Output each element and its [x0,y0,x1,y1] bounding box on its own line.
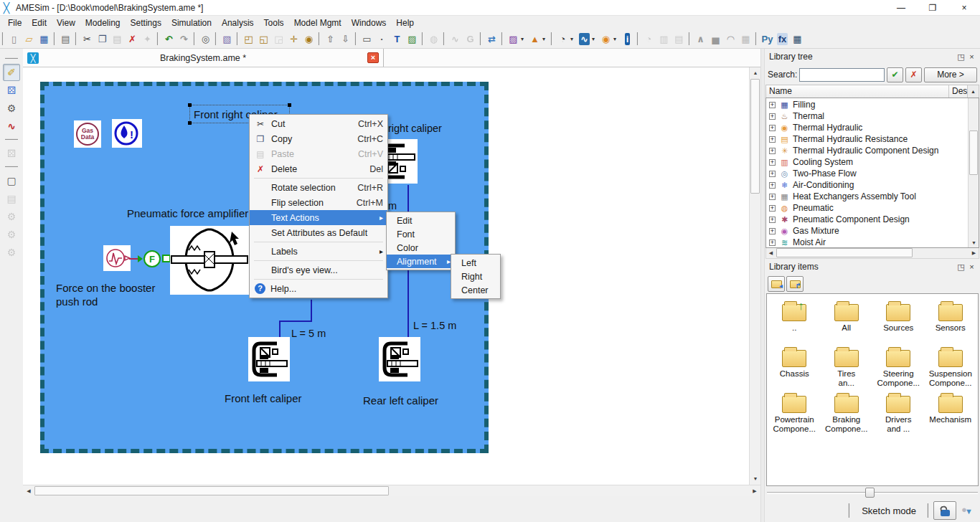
minimize-button[interactable]: — [885,0,917,16]
toolbar-grip[interactable] [1,32,4,45]
canvas-hscrollbar[interactable]: ◀ ▶ [23,485,760,496]
toolbar-button[interactable]: ◎ [198,32,213,47]
pneumatic-line[interactable] [279,321,312,322]
toolbar-button[interactable]: ⇄ [484,32,499,47]
library-tree-item[interactable]: + ◉ Thermal Hydraulic [766,122,968,133]
toolbar-button[interactable]: ▨ [506,32,521,47]
mode-button[interactable]: ⚄ [3,145,20,162]
drop-status-component[interactable]: ! [112,119,142,148]
library-tree-item[interactable]: + ◍ Pneumatic [766,202,968,214]
menu-item[interactable]: Tools [259,17,289,29]
toolbar-button[interactable]: ▱ [22,32,37,47]
toolbar-button[interactable]: ◠ [723,32,738,47]
mode-button[interactable]: ∿ [3,118,20,135]
close-panel-icon[interactable]: × [966,262,977,271]
library-folder[interactable]: ↑ Sensors [925,300,977,346]
library-tree-item[interactable]: + ✱ Pneumatic Component Design [766,214,968,225]
mode-button[interactable]: ▤ [3,190,20,207]
toolbar-button[interactable]: ◰ [241,32,256,47]
toolbar-grip[interactable] [75,32,77,45]
sketch-canvas[interactable]: Gas Data ! [23,67,749,485]
toolbar-button[interactable]: ▤ [110,32,125,47]
tab-close-button[interactable]: × [367,52,379,63]
library-folder[interactable]: ↑ SteeringCompone... [872,346,925,392]
toolbar-grip[interactable] [688,32,691,45]
toolbar-button[interactable]: ✛ [286,32,301,47]
toolbar-button[interactable]: ▨ [405,32,420,47]
force-converter-component[interactable]: F [143,250,161,267]
front-left-caliper-component[interactable] [248,337,290,381]
search-apply-button[interactable]: ✔ [887,67,903,82]
expand-icon[interactable]: + [769,171,776,177]
context-menu-item[interactable]: Set Attributes as Default ▸ [250,225,387,240]
library-folder[interactable]: ↑ Driversand ... [872,392,925,437]
float-panel-icon[interactable]: ◳ [956,52,966,62]
mode-button[interactable]: ▢ [3,172,20,189]
expand-icon[interactable]: + [769,228,776,234]
menu-item[interactable]: Edit [27,17,52,29]
toolbar-button[interactable]: ▭ [359,32,374,47]
library-tree-item[interactable]: + ▦ Heat Exchangers Assembly Tool [766,191,968,202]
toolbar-button[interactable]: ◉ [598,32,613,47]
scrollbar-thumb[interactable] [969,130,978,175]
dropdown-arrow-icon[interactable]: ▾ [570,36,577,42]
toolbar-grip[interactable] [421,32,424,45]
toolbar-button[interactable]: ↷ [176,32,192,47]
toolbar-button[interactable]: ∧ [693,32,708,47]
back-folder-button[interactable]: ◂ [768,276,785,292]
scroll-left-icon[interactable]: ◀ [24,486,34,496]
filter-button[interactable]: ● ▼ [960,501,977,520]
toolbar-button[interactable]: ✂ [80,32,95,47]
expand-icon[interactable]: + [769,102,776,108]
toolbar-grip[interactable] [236,32,239,45]
toolbar-button[interactable]: ▤ [58,32,73,47]
scrollbar-thumb[interactable] [750,79,760,194]
toolbar-grip[interactable] [318,32,321,45]
submenu-item[interactable]: Left [451,256,500,270]
context-menu-item[interactable]: ▤ Paste Ctrl+V ▸ [250,146,387,161]
line-length-label[interactable]: L = 1.5 m [413,320,456,331]
scroll-down-icon[interactable]: ▼ [750,474,760,484]
scroll-right-icon[interactable]: ▶ [750,486,760,496]
scroll-left-icon[interactable]: ◀ [766,248,776,257]
tree-hscrollbar[interactable]: ◀ ▶ [765,248,979,259]
canvas-vscrollbar[interactable]: ▲ ▼ [749,67,760,485]
toolbar-button[interactable]: ⇧ [323,32,338,47]
scroll-down-icon[interactable]: ▼ [969,238,979,247]
toolbar-grip[interactable] [193,32,196,45]
menu-item[interactable]: Settings [126,17,166,29]
toolbar-button[interactable]: ❐ [95,32,110,47]
toolbar-button[interactable]: ◔ [641,32,656,47]
up-folder-button[interactable]: ↱ [786,276,804,292]
menu-item[interactable]: View [52,17,80,29]
toolbar-button[interactable]: ✦ [140,32,155,47]
context-menu-item[interactable]: Text Actions ▸ [250,210,387,225]
toolbar-grip[interactable] [501,32,504,45]
lock-button[interactable] [933,501,956,520]
library-folder[interactable]: ↑ Chassis [768,346,821,392]
pneumatic-line[interactable] [279,321,281,338]
mode-button[interactable]: ⚙ [3,244,20,261]
toolbar-grip[interactable] [636,32,639,45]
toolbar-button[interactable]: ▦ [790,32,805,47]
library-tree-item[interactable]: + ♨ Thermal [766,110,968,122]
toolbar-button[interactable]: ▧ [220,32,235,47]
submenu-item[interactable]: Alignment ▸ [387,255,455,268]
menu-item[interactable]: Model Mgmt [289,17,347,29]
library-tree-item[interactable]: + ✳ Thermal Hydraulic Component Design [766,145,968,156]
submenu-item[interactable]: Edit ▸ [387,214,455,227]
toolbar-button[interactable]: fx [775,32,790,47]
library-tree-item[interactable]: + ◉ Gas Mixture [766,225,968,237]
column-header-description[interactable]: Des [949,85,968,98]
menu-item[interactable]: Modeling [80,17,126,29]
toolbar-button[interactable]: ▯ [6,32,22,47]
library-tree-item[interactable]: + ◎ Two-Phase Flow [766,168,968,179]
pneumatic-line[interactable] [311,300,312,322]
context-menu-item[interactable]: ✂ Cut Ctrl+X ▸ [250,116,387,131]
mode-button[interactable]: ⚄ [3,82,20,99]
column-header-name[interactable]: Name [766,85,949,98]
mode-button[interactable]: ⚙ [3,100,20,117]
float-panel-icon[interactable]: ◳ [956,262,966,272]
toolbar-button[interactable]: ◲ [271,32,286,47]
selection-handle[interactable] [188,121,192,125]
